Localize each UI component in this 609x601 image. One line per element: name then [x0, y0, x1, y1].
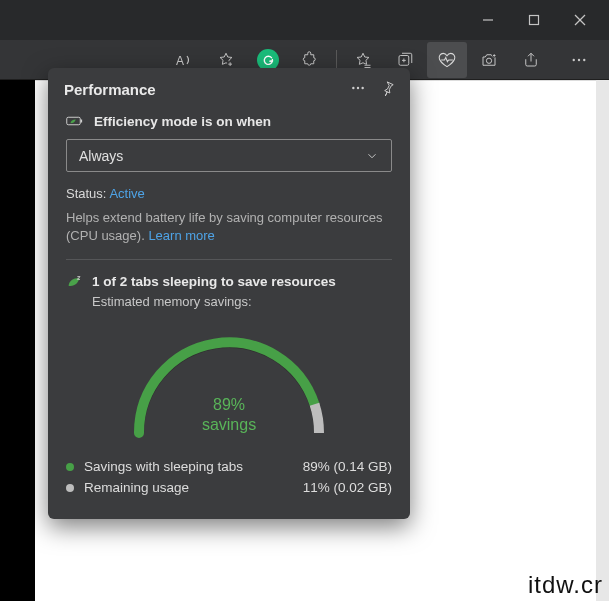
scrollbar-thumb[interactable]: [596, 80, 609, 601]
heartbeat-icon: [437, 50, 457, 70]
efficiency-status-line: Status: Active: [66, 186, 392, 201]
web-capture-button[interactable]: [469, 42, 509, 78]
legend-name: Remaining usage: [84, 480, 303, 495]
legend-row-remaining: Remaining usage 11% (0.02 GB): [66, 480, 392, 495]
more-horizontal-icon: [350, 80, 366, 96]
legend-dot-green: [66, 463, 74, 471]
puzzle-icon: [301, 51, 319, 69]
efficiency-mode-dropdown[interactable]: Always: [66, 139, 392, 172]
gauge-legend: Savings with sleeping tabs 89% (0.14 GB)…: [66, 459, 392, 495]
share-button[interactable]: [511, 42, 551, 78]
help-text-content: Helps extend battery life by saving comp…: [66, 210, 383, 243]
legend-name: Savings with sleeping tabs: [84, 459, 303, 474]
status-value-link[interactable]: Active: [109, 186, 144, 201]
star-plus-icon: [217, 51, 235, 69]
svg-point-19: [583, 58, 585, 60]
toolbar-separator: [336, 50, 337, 70]
share-icon: [522, 51, 540, 69]
page-left-border: [0, 80, 35, 601]
star-list-icon: [354, 51, 372, 69]
performance-button[interactable]: [427, 42, 467, 78]
legend-value: 89% (0.14 GB): [303, 459, 392, 474]
savings-gauge: 89% savings: [66, 323, 392, 443]
camera-plus-icon: [480, 51, 498, 69]
watermark-text: itdw.cr: [528, 571, 603, 599]
performance-panel-title: Performance: [64, 81, 156, 98]
gauge-percent: 89%: [119, 395, 339, 415]
svg-point-17: [573, 58, 575, 60]
panel-divider: [66, 259, 392, 260]
pin-icon: [380, 80, 396, 96]
window-close-button[interactable]: [557, 0, 603, 40]
more-horizontal-icon: [570, 51, 588, 69]
sleeping-leaf-icon: [66, 274, 82, 290]
gauge-center-label: 89% savings: [119, 395, 339, 435]
legend-row-savings: Savings with sleeping tabs 89% (0.14 GB): [66, 459, 392, 474]
performance-panel-header: Performance: [48, 68, 410, 109]
svg-rect-24: [81, 120, 83, 123]
chevron-down-icon: [365, 149, 379, 163]
svg-point-18: [578, 58, 580, 60]
close-icon: [574, 14, 586, 26]
sleeping-tabs-headline: 1 of 2 tabs sleeping to save resources: [92, 274, 336, 289]
status-label: Status:: [66, 186, 106, 201]
svg-text:A: A: [176, 54, 184, 68]
window-titlebar: [0, 0, 609, 40]
learn-more-link[interactable]: Learn more: [148, 228, 214, 243]
efficiency-mode-label: Efficiency mode is on when: [94, 114, 271, 129]
sleeping-tabs-header: 1 of 2 tabs sleeping to save resources: [66, 274, 392, 290]
svg-point-21: [357, 87, 359, 89]
gauge-word: savings: [119, 415, 339, 435]
leaf-battery-icon: [66, 113, 84, 129]
maximize-icon: [528, 14, 540, 26]
window-maximize-button[interactable]: [511, 0, 557, 40]
panel-pin-button[interactable]: [380, 80, 396, 99]
read-aloud-icon: A: [175, 51, 193, 69]
efficiency-mode-selected: Always: [79, 148, 123, 164]
performance-panel: Performance Efficiency mode is on when A…: [48, 68, 410, 519]
panel-more-button[interactable]: [350, 80, 366, 99]
svg-point-22: [361, 87, 363, 89]
svg-rect-1: [530, 16, 539, 25]
more-menu-button[interactable]: [559, 42, 599, 78]
collections-icon: [396, 51, 414, 69]
efficiency-mode-row: Efficiency mode is on when: [66, 113, 392, 129]
legend-dot-grey: [66, 484, 74, 492]
efficiency-help-text: Helps extend battery life by saving comp…: [66, 209, 392, 245]
svg-point-20: [352, 87, 354, 89]
minimize-icon: [482, 14, 494, 26]
vertical-scrollbar[interactable]: [596, 80, 609, 601]
sleeping-tabs-subline: Estimated memory savings:: [92, 294, 392, 309]
legend-value: 11% (0.02 GB): [303, 480, 392, 495]
window-minimize-button[interactable]: [465, 0, 511, 40]
svg-point-13: [486, 58, 491, 63]
